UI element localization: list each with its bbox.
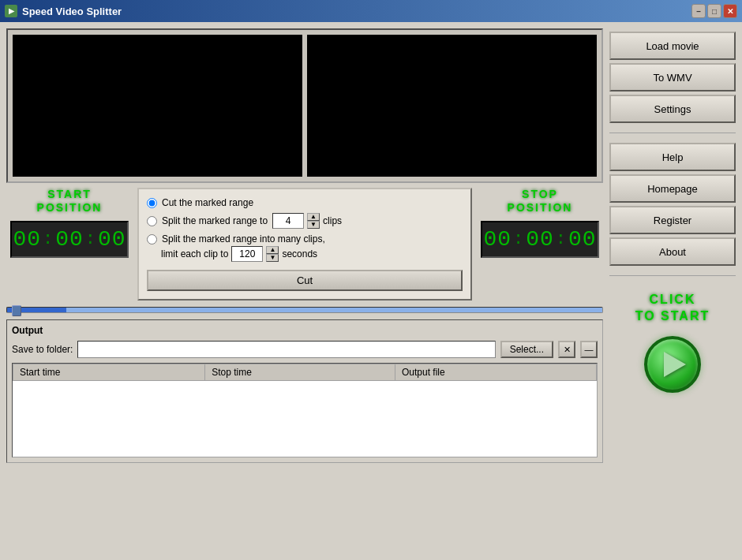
option2-row: Split the marked range to 4 ▲ ▼ clips bbox=[147, 213, 463, 229]
start-position-label: STARTPOSITION bbox=[37, 188, 103, 215]
col-start-time: Start time bbox=[13, 364, 205, 381]
stop-position-display: STOPPOSITION 00 : 00 : 00 bbox=[477, 188, 603, 301]
option3b-label: limit each clip to bbox=[161, 248, 228, 259]
right-panel: Load movie To WMV Settings Help Homepage… bbox=[609, 28, 736, 554]
homepage-button[interactable]: Homepage bbox=[609, 174, 736, 203]
main-window: STARTPOSITION 00 : 00 : 00 Cut the marke… bbox=[0, 22, 742, 560]
click-to-start-label: CLICKTO START bbox=[609, 292, 736, 325]
sidebar-divider-1 bbox=[609, 133, 736, 133]
clips-up-btn[interactable]: ▲ bbox=[307, 213, 320, 221]
controls-row: STARTPOSITION 00 : 00 : 00 Cut the marke… bbox=[6, 188, 603, 301]
left-panel: STARTPOSITION 00 : 00 : 00 Cut the marke… bbox=[6, 28, 603, 554]
load-movie-button[interactable]: Load movie bbox=[609, 32, 736, 60]
stop-digits-hr: 00 bbox=[483, 227, 512, 252]
minimize-button[interactable]: – bbox=[691, 4, 706, 18]
settings-button[interactable]: Settings bbox=[609, 95, 736, 123]
seconds-up-btn[interactable]: ▲ bbox=[266, 246, 279, 254]
clips-down-btn[interactable]: ▼ bbox=[307, 221, 320, 229]
start-position-display: STARTPOSITION 00 : 00 : 00 bbox=[6, 188, 133, 301]
timeline-slider-track[interactable] bbox=[6, 307, 603, 313]
option3a-label: Split the marked range into many clips, bbox=[162, 233, 325, 245]
stop-digits-min: 00 bbox=[526, 227, 554, 252]
option2-radio[interactable] bbox=[147, 216, 157, 226]
stop-digits-sec: 00 bbox=[568, 227, 597, 252]
clips-spinner: 4 ▲ ▼ clips bbox=[272, 213, 342, 229]
option1-radio[interactable] bbox=[147, 198, 157, 208]
option3-radio[interactable] bbox=[147, 234, 157, 245]
option1-row: Cut the marked range bbox=[147, 197, 463, 208]
seconds-down-btn[interactable]: ▼ bbox=[266, 254, 279, 262]
seconds-input[interactable]: 120 bbox=[231, 246, 263, 262]
app-icon: ▶ bbox=[5, 5, 17, 17]
video-screen-left bbox=[13, 35, 302, 177]
cut-panel: Cut the marked range Split the marked ra… bbox=[137, 188, 472, 301]
start-digits-text: 00 bbox=[13, 227, 41, 252]
timeline-slider-row bbox=[6, 305, 603, 315]
cut-button[interactable]: Cut bbox=[147, 270, 463, 291]
video-area bbox=[6, 28, 603, 183]
col-output-file: Output file bbox=[395, 364, 596, 381]
help-button[interactable]: Help bbox=[609, 143, 736, 171]
select-folder-button[interactable]: Select... bbox=[500, 341, 553, 358]
clips-label: clips bbox=[323, 215, 342, 226]
title-bar: ▶ Speed Video Splitter – □ ✕ bbox=[0, 0, 742, 22]
clear-folder-button[interactable]: ✕ bbox=[558, 341, 575, 358]
play-button-container bbox=[609, 336, 736, 393]
clips-input[interactable]: 4 bbox=[272, 213, 304, 229]
video-screen-right bbox=[307, 35, 597, 177]
app-title: Speed Video Splitter bbox=[22, 6, 122, 17]
folder-action-button[interactable]: — bbox=[580, 341, 598, 358]
output-header: Output bbox=[12, 325, 598, 336]
seconds-spinner: 120 ▲ ▼ bbox=[231, 246, 279, 262]
col-stop-time: Stop time bbox=[205, 364, 395, 381]
output-table: Start time Stop time Output file bbox=[13, 364, 597, 381]
timeline-slider-thumb[interactable] bbox=[12, 305, 21, 316]
play-button[interactable] bbox=[644, 336, 701, 393]
output-table-wrapper: Start time Stop time Output file bbox=[12, 363, 598, 457]
start-digits-sec: 00 bbox=[98, 227, 126, 252]
play-icon bbox=[664, 352, 686, 377]
save-row: Save to folder: Select... ✕ — bbox=[12, 341, 598, 358]
option2-label: Split the marked range to bbox=[162, 215, 268, 226]
seconds-label: seconds bbox=[282, 248, 317, 259]
about-button[interactable]: About bbox=[609, 237, 736, 266]
start-digits-min: 00 bbox=[55, 227, 84, 252]
option1-label: Cut the marked range bbox=[162, 197, 253, 208]
save-label: Save to folder: bbox=[12, 344, 73, 355]
to-wmv-button[interactable]: To WMV bbox=[609, 63, 736, 91]
output-section: Output Save to folder: Select... ✕ — Sta… bbox=[6, 319, 603, 463]
sidebar-divider-2 bbox=[609, 275, 736, 276]
close-button[interactable]: ✕ bbox=[723, 4, 737, 18]
option3b-row: limit each clip to 120 ▲ ▼ seconds bbox=[161, 246, 317, 262]
option3-row: Split the marked range into many clips, … bbox=[147, 233, 463, 262]
stop-position-label: STOPPOSITION bbox=[508, 188, 573, 215]
window-controls: – □ ✕ bbox=[691, 4, 737, 18]
stop-position-digits: 00 : 00 : 00 bbox=[481, 221, 599, 258]
register-button[interactable]: Register bbox=[609, 206, 736, 234]
start-position-digits: 00 : 00 : 00 bbox=[10, 221, 129, 258]
maximize-button[interactable]: □ bbox=[707, 4, 721, 18]
save-path-input[interactable] bbox=[77, 341, 495, 358]
